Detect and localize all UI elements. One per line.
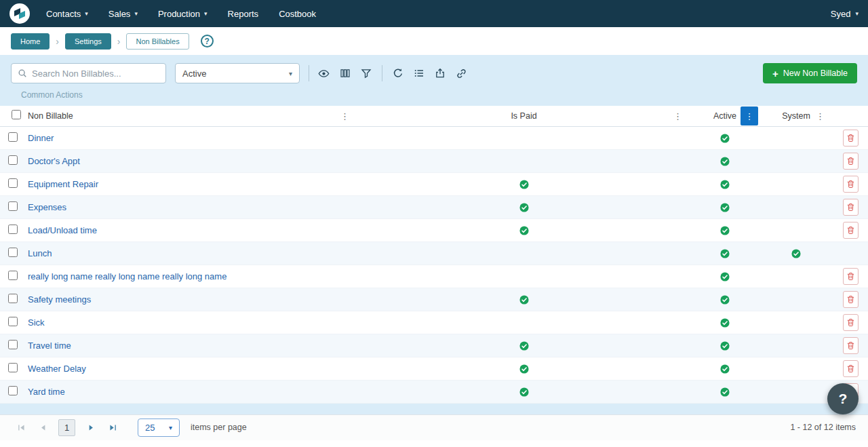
column-menu-icon[interactable]: ⋮	[671, 110, 685, 121]
column-header-is-paid[interactable]: Is Paid ⋮	[357, 106, 690, 126]
row-name-link[interactable]: Dinner	[28, 133, 54, 143]
nav-item-label: Costbook	[279, 9, 316, 19]
row-name-link[interactable]: Load/Unload time	[28, 225, 97, 235]
delete-row-button[interactable]	[843, 337, 859, 354]
row-checkbox[interactable]	[8, 201, 18, 211]
table-row: Travel time	[0, 334, 868, 357]
row-checkbox[interactable]	[8, 155, 18, 165]
column-menu-icon[interactable]: ⋮	[338, 110, 352, 121]
delete-row-button[interactable]	[843, 130, 859, 147]
help-fab-button[interactable]: ?	[827, 383, 859, 414]
row-name-link[interactable]: Lunch	[28, 248, 52, 258]
nav-item-sales[interactable]: Sales ▾	[108, 9, 138, 19]
nav-item-label: Reports	[228, 9, 259, 19]
checkmark-icon	[720, 318, 730, 328]
row-checkbox[interactable]	[8, 340, 18, 349]
column-header-system[interactable]: System ⋮	[760, 106, 833, 126]
table-row: Expenses	[0, 195, 868, 218]
link-icon[interactable]	[456, 68, 467, 79]
first-page-button[interactable]	[12, 419, 30, 436]
row-checkbox[interactable]	[8, 317, 18, 326]
page-size-dropdown[interactable]: 25 ▾	[138, 419, 180, 437]
row-name-link[interactable]: Doctor's Appt	[28, 156, 80, 166]
delete-row-button[interactable]	[843, 199, 859, 216]
previous-page-button[interactable]	[34, 419, 52, 436]
delete-row-button[interactable]	[843, 176, 859, 193]
row-name-link[interactable]: Equipment Repair	[28, 179, 98, 189]
row-checkbox[interactable]	[8, 363, 18, 372]
is-paid-cell	[357, 126, 690, 149]
table-row: Yard time	[0, 380, 868, 403]
system-cell	[760, 218, 833, 241]
action-cell	[833, 265, 868, 288]
nav-item-costbook[interactable]: Costbook	[279, 9, 316, 19]
delete-row-button[interactable]	[843, 268, 859, 285]
delete-row-button[interactable]	[843, 291, 859, 308]
checkmark-icon	[720, 134, 730, 143]
last-page-button[interactable]	[104, 419, 121, 436]
common-actions-link[interactable]: Common Actions	[21, 90, 83, 100]
row-name-link[interactable]: really long name really long name really…	[28, 271, 226, 281]
delete-row-button[interactable]	[843, 314, 859, 331]
search-input[interactable]	[32, 69, 159, 79]
columns-icon[interactable]	[340, 68, 351, 79]
checkmark-icon	[720, 249, 730, 258]
row-name-link[interactable]: Expenses	[28, 202, 66, 212]
breadcrumb-home-button[interactable]: Home	[11, 33, 50, 50]
table-bottom-band	[0, 404, 868, 414]
help-icon[interactable]: ?	[201, 35, 214, 47]
filter-icon[interactable]	[361, 68, 372, 79]
breadcrumb-current-button[interactable]: Non Billables	[126, 33, 189, 50]
row-checkbox[interactable]	[8, 386, 18, 395]
column-header-non-billable[interactable]: Non Billable ⋮	[24, 106, 357, 126]
export-icon[interactable]	[435, 68, 446, 79]
system-cell	[760, 241, 833, 265]
delete-row-button[interactable]	[843, 153, 859, 170]
refresh-icon[interactable]	[393, 68, 403, 79]
row-checkbox[interactable]	[8, 294, 18, 303]
next-page-icon	[87, 423, 96, 432]
row-name-link[interactable]: Travel time	[28, 341, 71, 351]
chevron-right-icon: ›	[56, 37, 59, 46]
new-non-billable-button[interactable]: + New Non Billable	[763, 63, 857, 83]
checkmark-icon	[519, 364, 529, 374]
row-name-link[interactable]: Safety meetings	[28, 294, 91, 305]
breadcrumb-settings-button[interactable]: Settings	[65, 33, 111, 50]
checkmark-icon	[720, 180, 730, 189]
nav-item-contacts[interactable]: Contacts ▾	[46, 9, 88, 19]
column-header-active[interactable]: Active ⋮	[690, 106, 760, 126]
nav-item-reports[interactable]: Reports	[228, 9, 259, 19]
row-name-link[interactable]: Weather Delay	[28, 364, 86, 374]
trash-icon	[846, 180, 855, 189]
list-icon[interactable]	[414, 68, 425, 79]
table-row: Load/Unload time	[0, 218, 868, 241]
trash-icon	[846, 341, 855, 350]
table-body: Dinner Doctor's Appt Equipment Repair Ex…	[0, 126, 868, 403]
column-menu-icon[interactable]: ⋮	[813, 110, 827, 121]
next-page-button[interactable]	[82, 419, 100, 436]
delete-row-button[interactable]	[843, 222, 859, 239]
row-checkbox[interactable]	[8, 271, 18, 280]
trash-icon	[846, 134, 855, 142]
current-page-button[interactable]: 1	[58, 419, 75, 436]
nav-item-production[interactable]: Production ▾	[158, 9, 208, 19]
active-cell	[690, 218, 760, 241]
column-label: Is Paid	[511, 111, 536, 121]
column-menu-icon-active[interactable]: ⋮	[741, 106, 758, 125]
row-name-link[interactable]: Sick	[28, 317, 45, 328]
row-checkbox[interactable]	[8, 225, 18, 234]
delete-row-button[interactable]	[843, 360, 859, 377]
app-logo[interactable]	[9, 3, 30, 24]
status-filter-dropdown[interactable]: Active ▾	[175, 63, 300, 83]
row-checkbox[interactable]	[8, 132, 18, 142]
row-checkbox[interactable]	[8, 178, 18, 188]
nav-items: Contacts ▾ Sales ▾ Production ▾ Reports …	[46, 9, 316, 19]
row-name-link[interactable]: Yard time	[28, 387, 65, 397]
checkmark-icon	[519, 341, 529, 351]
user-menu[interactable]: Syed ▾	[831, 9, 859, 19]
eye-icon[interactable]	[318, 68, 330, 79]
row-checkbox[interactable]	[8, 248, 18, 257]
select-all-checkbox[interactable]	[12, 110, 21, 119]
action-cell	[833, 241, 868, 265]
system-cell	[760, 149, 833, 172]
